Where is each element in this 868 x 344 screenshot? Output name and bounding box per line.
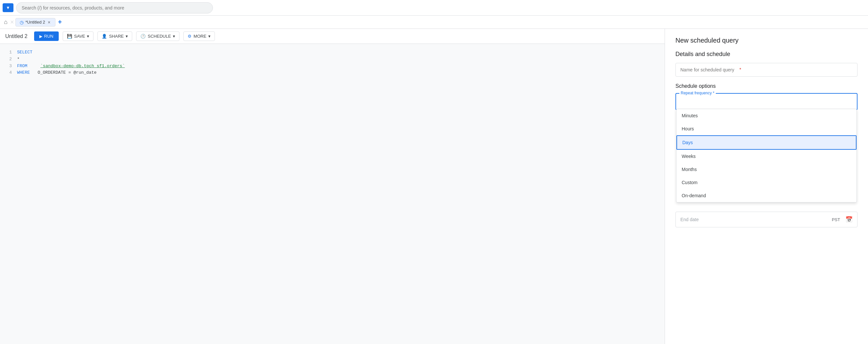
end-date-field[interactable]: End date PST 📅 — [676, 212, 858, 227]
required-indicator: * — [739, 67, 741, 72]
save-label: SAVE — [74, 34, 85, 39]
where-condition: O_ORDERDATE = @run_date — [35, 69, 96, 76]
editor-toolbar: Untitled 2 ▶ RUN 💾 SAVE ▾ 👤 SHARE ▾ 🕐 SC… — [0, 29, 664, 44]
name-input[interactable] — [676, 63, 858, 77]
line-num-3: 3 — [5, 63, 12, 70]
line-num-1: 1 — [5, 49, 12, 56]
editor-title: Untitled 2 — [5, 33, 28, 39]
add-tab-button[interactable]: + — [57, 19, 63, 26]
dropdown-item-minutes[interactable]: Minutes — [676, 109, 857, 122]
schedule-icon: 🕐 — [141, 34, 146, 39]
tab-label: *Untitled 2 — [26, 20, 45, 25]
dropdown-item-months[interactable]: Months — [676, 163, 857, 176]
gear-icon: ⚙ — [188, 34, 192, 39]
timezone-label: PST — [832, 217, 840, 222]
keyword-select: SELECT — [17, 49, 32, 56]
dropdown-item-days[interactable]: Days — [676, 135, 857, 150]
tab-query-icon: ◷ — [20, 20, 24, 25]
top-nav: ▼ — [0, 0, 868, 16]
editor-panel: Untitled 2 ▶ RUN 💾 SAVE ▾ 👤 SHARE ▾ 🕐 SC… — [0, 29, 664, 344]
name-field-container: * — [676, 63, 858, 77]
search-input[interactable] — [16, 2, 213, 13]
panel-header: New scheduled query Details and schedule — [665, 29, 868, 63]
dropdown-item-weeks[interactable]: Weeks — [676, 150, 857, 163]
line-num-4: 4 — [5, 69, 12, 76]
code-line-4: 4 WHERE O_ORDERDATE = @run_date — [5, 69, 659, 76]
play-icon: ▶ — [39, 34, 42, 39]
repeat-frequency-container[interactable]: Repeat frequency * Minutes Hours Days — [676, 93, 858, 110]
more-dropdown-icon: ▾ — [208, 34, 211, 39]
keyword-from: FROM — [17, 63, 27, 70]
code-line-2: 2 * — [5, 56, 659, 63]
code-line-1: 1 SELECT — [5, 49, 659, 56]
more-button[interactable]: ⚙ MORE ▾ — [183, 31, 215, 41]
home-icon: ⌂ — [4, 19, 7, 25]
save-icon: 💾 — [67, 34, 72, 39]
dropdown-item-custom[interactable]: Custom — [676, 176, 857, 189]
save-dropdown-icon: ▾ — [87, 34, 89, 39]
share-dropdown-icon: ▾ — [126, 34, 128, 39]
right-panel: New scheduled query Details and schedule… — [664, 29, 868, 344]
run-button[interactable]: ▶ RUN — [34, 31, 59, 41]
nav-dropdown-label: ▼ — [6, 5, 10, 10]
schedule-button[interactable]: 🕐 SCHEDULE ▾ — [136, 31, 180, 41]
end-date-placeholder: End date — [680, 217, 829, 222]
panel-title: New scheduled query — [676, 37, 858, 44]
code-line-3: 3 FROM `sandbox-demo-db.tpch_sf1.orders` — [5, 63, 659, 70]
repeat-dropdown-menu: Minutes Hours Days Weeks Months — [676, 109, 857, 203]
home-button[interactable]: ⌂ — [3, 18, 9, 27]
add-tab-icon: + — [58, 19, 62, 26]
nav-dropdown-button[interactable]: ▼ — [3, 3, 13, 12]
tab-close-button[interactable]: × — [47, 20, 51, 25]
code-star: * — [17, 56, 20, 63]
schedule-section: Schedule options Repeat frequency * Minu… — [676, 83, 858, 227]
share-label: SHARE — [109, 34, 124, 39]
repeat-frequency-label: Repeat frequency * — [679, 91, 716, 95]
schedule-dropdown-icon: ▾ — [173, 34, 175, 39]
tab-bar: ⌂ × ◷ *Untitled 2 × + — [0, 16, 868, 29]
section-title: Details and schedule — [676, 51, 858, 58]
schedule-options-title: Schedule options — [676, 83, 858, 89]
dropdown-item-ondemand[interactable]: On-demand — [676, 189, 857, 202]
dropdown-item-hours[interactable]: Hours — [676, 122, 857, 135]
tab-divider: × — [10, 19, 14, 26]
code-editor: 1 SELECT 2 * 3 FROM `sandbox-demo-db.tpc… — [0, 44, 664, 344]
repeat-select-display[interactable] — [676, 94, 857, 109]
share-icon: 👤 — [102, 34, 107, 39]
keyword-where: WHERE — [17, 69, 30, 76]
table-ref: `sandbox-demo-db.tpch_sf1.orders` — [40, 63, 125, 70]
run-label: RUN — [44, 34, 54, 39]
line-num-2: 2 — [5, 56, 12, 63]
calendar-icon[interactable]: 📅 — [845, 216, 852, 223]
share-button[interactable]: 👤 SHARE ▾ — [97, 31, 132, 41]
save-button[interactable]: 💾 SAVE ▾ — [63, 31, 94, 41]
editor-tab[interactable]: ◷ *Untitled 2 × — [16, 18, 56, 27]
schedule-label: SCHEDULE — [148, 34, 171, 39]
panel-body: * Schedule options Repeat frequency * Mi… — [665, 63, 868, 344]
main-content: Untitled 2 ▶ RUN 💾 SAVE ▾ 👤 SHARE ▾ 🕐 SC… — [0, 29, 868, 344]
more-label: MORE — [193, 34, 206, 39]
